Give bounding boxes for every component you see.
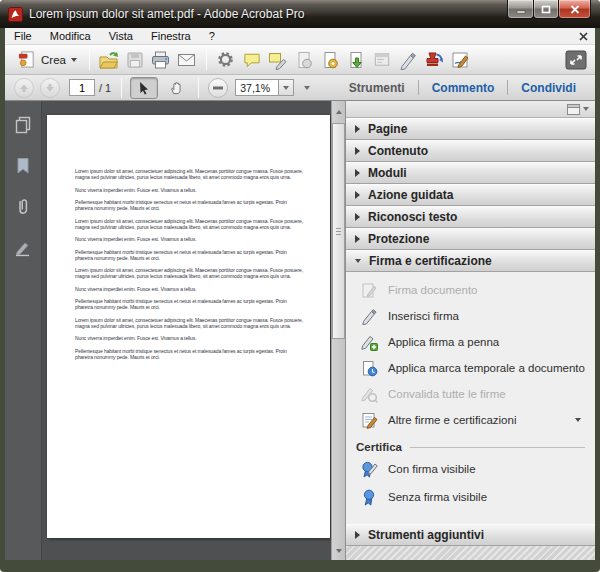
menu-modifica[interactable]: Modifica (41, 29, 100, 43)
section-strumenti-aggiuntivi[interactable]: Strumenti aggiuntivi (346, 524, 595, 546)
next-page-button[interactable] (40, 78, 60, 98)
menu-vista[interactable]: Vista (100, 29, 142, 43)
print-icon (150, 50, 171, 70)
menu-item-senza-firma-visibile[interactable]: Senza firma visibile (346, 483, 595, 511)
navigation-toolbar: / 1 37,1% Strumenti Commento Condividi (5, 75, 595, 101)
menu-item-label: Applica marca temporale a documento (388, 362, 585, 374)
page-number-input[interactable] (69, 79, 95, 96)
signatures-button[interactable] (11, 236, 35, 260)
close-document-icon (579, 32, 588, 41)
tab-condividi[interactable]: Condividi (508, 81, 589, 95)
create-pdf-label: Crea (41, 54, 66, 66)
panel-options-icon[interactable] (567, 104, 580, 115)
tab-strumenti[interactable]: Strumenti (336, 81, 418, 95)
document-viewport[interactable]: Lorem ipsum dolor sit amet, consectetuer… (42, 101, 345, 560)
menu-item-applica-marca-temporale[interactable]: Applica marca temporale a documento (346, 355, 595, 381)
open-file-button[interactable] (96, 48, 122, 72)
chevron-down-icon (71, 58, 77, 62)
doc-attach-button[interactable] (291, 48, 317, 72)
zoom-dropdown-button[interactable] (279, 79, 294, 96)
save-button[interactable] (122, 48, 148, 72)
maximize-button[interactable] (533, 0, 559, 19)
menu-item-firma-documento[interactable]: Firma documento (346, 277, 595, 303)
window-controls (508, 0, 591, 19)
stamp-button[interactable] (421, 48, 447, 72)
section-label: Riconosci testo (368, 210, 457, 224)
menu-item-label: Convalida tutte le firme (388, 388, 506, 400)
fullscreen-icon (565, 50, 587, 70)
paragraph: Pellentesque habitant morbi tristique se… (75, 249, 303, 261)
menubar: File Modifica Vista Finestra ? (5, 28, 595, 45)
close-icon (570, 5, 580, 14)
zoom-out-button[interactable] (208, 78, 228, 98)
comment-button[interactable] (239, 48, 265, 72)
paragraph: Nunc viverra imperdiet enim. Fusce est. … (75, 187, 303, 193)
forms-button[interactable] (369, 48, 395, 72)
menu-finestra[interactable]: Finestra (142, 29, 200, 43)
pen-tool-button[interactable] (395, 48, 421, 72)
print-button[interactable] (148, 48, 174, 72)
pen-icon (398, 50, 418, 70)
email-button[interactable] (174, 48, 200, 72)
chevron-right-icon (355, 531, 360, 539)
section-azione-guidata[interactable]: Azione guidata (346, 184, 595, 206)
section-contenuto[interactable]: Contenuto (346, 140, 595, 162)
attachments-button[interactable] (11, 195, 35, 219)
doc-attach-icon (294, 50, 314, 70)
previous-page-button[interactable] (14, 78, 34, 98)
paragraph: Pellentesque habitant morbi tristique se… (75, 298, 303, 310)
scroll-down-button[interactable] (333, 544, 344, 557)
scrollbar-thumb[interactable] (332, 123, 345, 339)
zoom-control: 37,1% (235, 79, 294, 96)
preferences-button[interactable] (213, 48, 239, 72)
doc-export-button[interactable] (343, 48, 369, 72)
certifica-group: Certifica (356, 441, 585, 453)
section-protezione[interactable]: Protezione (346, 228, 595, 250)
annotate-button[interactable] (265, 48, 291, 72)
menu-item-con-firma-visibile[interactable]: Con firma visibile (346, 455, 595, 483)
more-signatures-icon (360, 411, 378, 429)
menu-item-convalida-tutte-le-firme[interactable]: Convalida tutte le firme (346, 381, 595, 407)
fullscreen-button[interactable] (563, 48, 589, 72)
close-document-button[interactable] (579, 32, 588, 41)
scroll-up-button[interactable] (333, 105, 344, 118)
chevron-down-icon (304, 86, 310, 90)
toolbar-separator (206, 50, 207, 70)
sign-document-button[interactable] (447, 48, 473, 72)
section-riconosci-testo[interactable]: Riconosci testo (346, 206, 595, 228)
menu-item-altre-firme-e-certificazioni[interactable]: Altre firme e certificazioni (346, 407, 595, 433)
section-firma-e-certificazione[interactable]: Firma e certificazione (346, 250, 595, 272)
section-moduli[interactable]: Moduli (346, 162, 595, 184)
chevron-down-icon[interactable] (583, 107, 589, 111)
navigation-rail (5, 101, 42, 560)
section-label: Firma e certificazione (369, 254, 492, 268)
chevron-right-icon (355, 125, 360, 133)
bookmarks-button[interactable] (11, 154, 35, 178)
menu-item-applica-firma-a-penna[interactable]: Applica firma a penna (346, 329, 595, 355)
minimize-button[interactable] (507, 0, 534, 19)
pdf-page[interactable]: Lorem ipsum dolor sit amet, consectetuer… (47, 115, 330, 538)
page-thumbnails-button[interactable] (11, 113, 35, 137)
titlebar[interactable]: Lorem ipsum dolor sit amet.pdf - Adobe A… (0, 0, 600, 28)
menu-item-label: Applica firma a penna (388, 336, 499, 348)
create-pdf-button[interactable]: Crea (11, 48, 83, 71)
hand-tool-button[interactable] (162, 77, 190, 99)
tab-commento[interactable]: Commento (419, 81, 508, 95)
menu-help[interactable]: ? (200, 29, 224, 43)
arrow-down-icon (45, 83, 55, 93)
doc-protect-button[interactable] (317, 48, 343, 72)
email-icon (176, 50, 197, 70)
zoom-level-value[interactable]: 37,1% (235, 79, 279, 96)
menu-item-inserisci-firma[interactable]: Inserisci firma (346, 303, 595, 329)
section-pagine[interactable]: Pagine (346, 118, 595, 140)
gear-icon (216, 50, 235, 69)
menu-file[interactable]: File (5, 29, 41, 43)
create-pdf-icon (17, 50, 36, 69)
panel-spacer (346, 511, 595, 524)
group-divider (410, 447, 585, 448)
task-pane-tabs: Strumenti Commento Condividi (336, 80, 589, 95)
vertical-scrollbar[interactable] (331, 101, 345, 560)
select-tool-button[interactable] (130, 77, 158, 99)
close-button[interactable] (558, 0, 591, 19)
toolbar-overflow-button[interactable] (304, 86, 310, 90)
